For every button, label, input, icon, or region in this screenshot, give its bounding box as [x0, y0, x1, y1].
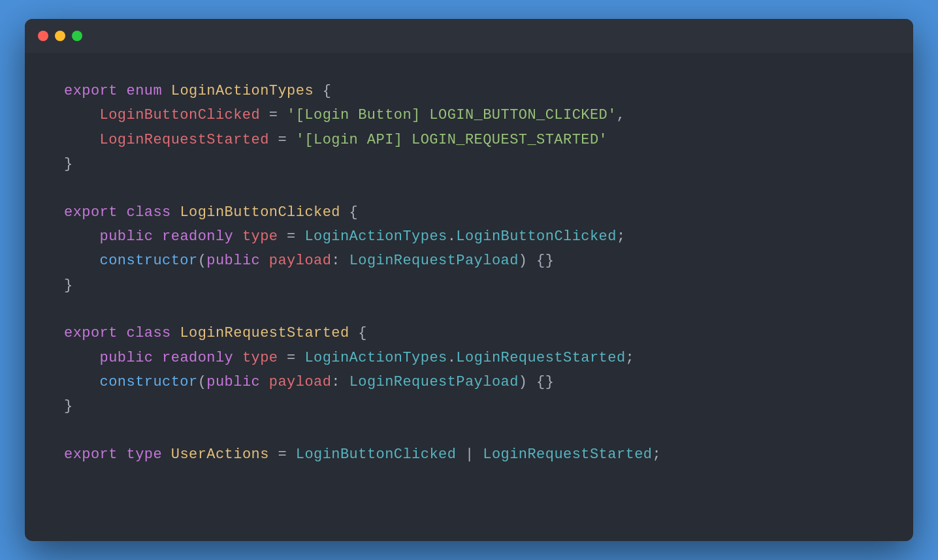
maximize-button[interactable]: [72, 31, 82, 41]
line: export class LoginButtonClicked {: [64, 200, 874, 225]
line: LoginButtonClicked = '[Login Button] LOG…: [64, 103, 874, 127]
class2-block: export class LoginRequestStarted { publi…: [64, 321, 874, 419]
close-button[interactable]: [38, 31, 48, 41]
code-window: export enum LoginActionTypes { LoginButt…: [25, 19, 913, 541]
line: constructor(public payload: LoginRequest…: [64, 370, 874, 394]
line: export enum LoginActionTypes {: [64, 79, 874, 103]
line: }: [64, 152, 874, 176]
line: }: [64, 273, 874, 298]
line: }: [64, 394, 874, 418]
titlebar: [25, 19, 913, 53]
minimize-button[interactable]: [55, 31, 65, 41]
line: constructor(public payload: LoginRequest…: [64, 249, 874, 273]
line: public readonly type = LoginActionTypes.…: [64, 346, 874, 370]
line: export class LoginRequestStarted {: [64, 321, 874, 345]
type-block: export type UserActions = LoginButtonCli…: [64, 443, 874, 467]
enum-block: export enum LoginActionTypes { LoginButt…: [64, 79, 874, 177]
line: export type UserActions = LoginButtonCli…: [64, 443, 874, 467]
line: public readonly type = LoginActionTypes.…: [64, 225, 874, 249]
class1-block: export class LoginButtonClicked { public…: [64, 200, 874, 298]
code-area: export enum LoginActionTypes { LoginButt…: [25, 53, 913, 541]
line: LoginRequestStarted = '[Login API] LOGIN…: [64, 128, 874, 152]
